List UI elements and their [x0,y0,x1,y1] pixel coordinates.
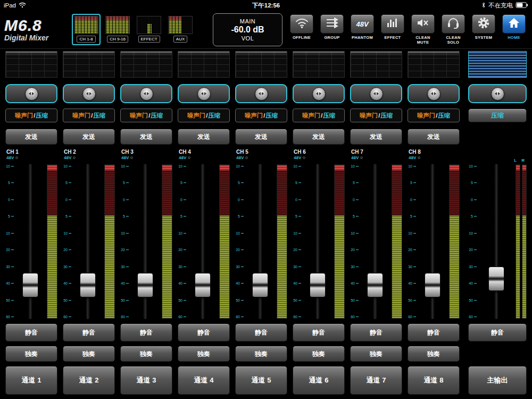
send-button[interactable]: 发送 [235,129,287,145]
send-button[interactable]: 发送 [120,129,172,145]
pan-control[interactable] [408,84,460,103]
phantom-button[interactable]: 48VPHANTOM [350,14,375,45]
master-select-button[interactable]: 主输出 [468,366,527,395]
channel-select-button[interactable]: 通道 4 [178,366,230,395]
solo-button[interactable]: 独奏 [350,346,402,362]
channel-fader[interactable] [417,163,448,320]
system-button[interactable]: SYSTEM [471,14,496,45]
meter-tab-aux[interactable]: AUX [166,14,195,45]
mute-button[interactable]: 静音 [350,323,402,342]
pan-control[interactable] [293,84,345,103]
pan-knob[interactable] [197,87,211,101]
send-button[interactable]: 发送 [408,129,460,145]
eq-display[interactable] [293,51,345,78]
channel-select-button[interactable]: 通道 8 [408,366,460,395]
eq-display[interactable] [63,51,115,78]
master-pan-control[interactable] [468,84,527,103]
send-button[interactable]: 发送 [350,129,402,145]
fader-cap[interactable] [80,273,96,297]
fader-cap[interactable] [425,273,440,297]
pan-control[interactable] [63,84,115,103]
meter-tab-ch-9-16[interactable]: CH 9-16 [103,14,132,45]
mute-button[interactable]: 静音 [63,323,115,342]
pan-knob[interactable] [255,87,268,101]
channel-fader[interactable] [72,163,103,320]
gate-compressor-button[interactable]: 噪声门/压缩 [63,109,115,122]
fader-cap[interactable] [195,273,211,297]
mute-button[interactable]: 静音 [5,323,57,342]
pan-control[interactable] [120,84,172,103]
master-pan-knob[interactable] [491,87,504,101]
home-button[interactable]: HOME [501,14,527,45]
gate-compressor-button[interactable]: 噪声门/压缩 [5,109,57,122]
eq-display[interactable] [5,51,57,78]
channel-fader[interactable] [15,163,46,320]
master-eq-display[interactable] [468,51,527,78]
master-fader[interactable] [478,163,514,320]
channel-select-button[interactable]: 通道 3 [120,366,172,395]
fader-cap[interactable] [367,273,383,297]
master-compressor-button[interactable]: 压缩 [468,109,527,122]
fader-cap[interactable] [137,273,153,297]
solo-button[interactable]: 独奏 [178,346,230,362]
send-button[interactable]: 发送 [178,129,230,145]
mute-button[interactable]: 静音 [120,323,172,342]
eq-display[interactable] [120,51,172,78]
solo-button[interactable]: 独奏 [5,346,57,362]
solo-button[interactable]: 独奏 [293,346,345,362]
master-mute-button[interactable]: 静音 [468,323,527,342]
channel-fader[interactable] [187,163,218,320]
pan-knob[interactable] [370,87,383,101]
send-button[interactable]: 发送 [293,129,345,145]
eq-display[interactable] [408,51,460,78]
main-level-display[interactable]: MAIN -60.0 dB VOL [213,13,282,46]
channel-fader[interactable] [245,163,276,320]
send-button[interactable]: 发送 [5,129,57,145]
send-button[interactable]: 发送 [63,129,115,145]
pan-knob[interactable] [140,87,153,101]
channel-fader[interactable] [302,163,333,320]
mute-button[interactable]: 静音 [235,323,287,342]
meter-tab-effect[interactable]: EFFECT [135,14,163,45]
clean-mute-button[interactable]: CLEAN MUTE [410,14,436,45]
solo-button[interactable]: 独奏 [63,346,115,362]
mute-button[interactable]: 静音 [178,323,230,342]
gate-compressor-button[interactable]: 噪声门/压缩 [350,109,402,122]
fader-cap[interactable] [252,273,268,297]
clean-solo-button[interactable]: CLEAN SOLO [440,14,466,45]
eq-display[interactable] [178,51,230,78]
fader-cap[interactable] [310,273,326,297]
pan-knob[interactable] [312,87,326,101]
gate-compressor-button[interactable]: 噪声门/压缩 [178,109,230,122]
mute-button[interactable]: 静音 [293,323,345,342]
gate-compressor-button[interactable]: 噪声门/压缩 [293,109,345,122]
eq-display[interactable] [350,51,402,78]
group-button[interactable]: GROUP [319,14,345,45]
offline-button[interactable]: OFFLINE [289,14,314,45]
channel-select-button[interactable]: 通道 1 [5,366,57,395]
gate-compressor-button[interactable]: 噪声门/压缩 [408,109,460,122]
channel-select-button[interactable]: 通道 5 [235,366,287,395]
solo-button[interactable]: 独奏 [120,346,172,362]
gate-compressor-button[interactable]: 噪声门/压缩 [120,109,172,122]
channel-fader[interactable] [360,163,390,320]
pan-control[interactable] [5,84,57,103]
pan-knob[interactable] [25,87,38,101]
channel-fader[interactable] [130,163,161,320]
pan-control[interactable] [178,84,230,103]
channel-select-button[interactable]: 通道 2 [63,366,115,395]
meter-tab-ch-1-8[interactable]: CH 1-8 [72,14,101,45]
master-fader-cap[interactable] [488,267,504,291]
solo-button[interactable]: 独奏 [235,346,287,362]
effect-button[interactable]: EFFECT [380,14,405,45]
channel-select-button[interactable]: 通道 6 [293,366,345,395]
pan-control[interactable] [235,84,287,103]
solo-button[interactable]: 独奏 [408,346,460,362]
mute-button[interactable]: 静音 [408,323,460,342]
gate-compressor-button[interactable]: 噪声门/压缩 [235,109,287,122]
fader-cap[interactable] [22,273,38,297]
pan-knob[interactable] [82,87,96,101]
pan-control[interactable] [350,84,402,103]
channel-select-button[interactable]: 通道 7 [350,366,402,395]
eq-display[interactable] [235,51,287,78]
